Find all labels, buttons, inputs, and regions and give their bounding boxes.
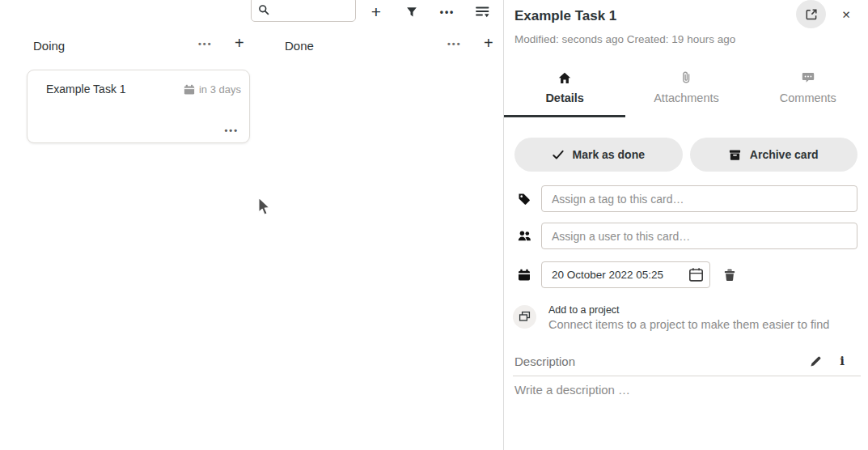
sort-icon[interactable] — [472, 1, 493, 23]
add-to-project-row[interactable]: Add to a project Connect items to a proj… — [513, 301, 859, 331]
description-info-button[interactable]: i — [840, 354, 845, 368]
edit-description-button[interactable] — [810, 355, 822, 367]
archive-card-label: Archive card — [750, 148, 819, 161]
add-card-toolbar-button[interactable]: + — [366, 1, 386, 23]
card-details-panel: Example Task 1 Modified: seconds ago Cre… — [503, 0, 868, 450]
tab-comments-label: Comments — [780, 91, 836, 104]
archive-icon — [729, 149, 741, 161]
due-date-row: 20 October 2022 05:25 — [514, 261, 857, 288]
description-label: Description — [514, 354, 810, 368]
pencil-icon — [810, 355, 822, 367]
calendar-icon — [514, 269, 541, 282]
assign-user-row — [514, 223, 857, 249]
due-date-value: 20 October 2022 05:25 — [552, 269, 684, 281]
description-header: Description i — [513, 354, 861, 376]
external-link-icon — [805, 8, 818, 21]
archive-card-button[interactable]: Archive card — [690, 138, 858, 172]
mouse-cursor — [257, 197, 272, 219]
column-title-done: Done — [285, 39, 314, 53]
tab-attachments[interactable]: Attachments — [625, 65, 747, 117]
description-placeholder[interactable]: Write a description … — [514, 383, 630, 397]
card-actions: Mark as done Archive card — [514, 138, 857, 172]
task-card[interactable]: Example Task 1 in 3 days ••• — [27, 70, 250, 143]
panel-tabs: Details Attachments Comments — [504, 65, 868, 117]
paperclip-icon — [680, 71, 692, 84]
add-to-project-title: Add to a project — [548, 301, 829, 316]
panel-title: Example Task 1 — [514, 8, 616, 24]
mark-as-done-label: Mark as done — [573, 148, 645, 161]
tab-attachments-label: Attachments — [654, 91, 719, 104]
filter-icon[interactable] — [402, 1, 421, 23]
mark-as-done-button[interactable]: Mark as done — [514, 138, 683, 172]
column-done-menu-button[interactable]: ••• — [447, 39, 462, 49]
tab-details[interactable]: Details — [504, 65, 625, 117]
assign-user-input[interactable] — [541, 223, 857, 249]
due-date-field[interactable]: 20 October 2022 05:25 — [541, 261, 710, 288]
close-icon[interactable]: ✕ — [836, 5, 856, 24]
column-doing-add-button[interactable]: + — [235, 34, 244, 53]
tab-details-label: Details — [545, 91, 584, 104]
projects-icon — [513, 305, 536, 329]
tab-comments[interactable]: Comments — [747, 65, 868, 117]
board-menu-button[interactable]: ••• — [437, 1, 458, 23]
card-menu-button[interactable]: ••• — [224, 125, 239, 135]
add-to-project-subtitle: Connect items to a project to make them … — [548, 318, 829, 331]
calendar-icon — [184, 84, 195, 96]
users-icon — [514, 230, 541, 242]
remove-due-date-button[interactable] — [723, 269, 736, 282]
card-due-date: in 3 days — [184, 83, 241, 96]
date-picker-button[interactable] — [688, 267, 704, 282]
column-title-doing: Doing — [33, 39, 65, 53]
open-external-button[interactable] — [796, 0, 826, 28]
card-title: Example Task 1 — [46, 83, 126, 96]
search-input[interactable] — [273, 2, 346, 16]
column-done-add-button[interactable]: + — [484, 34, 493, 53]
column-doing-menu-button[interactable]: ••• — [198, 39, 213, 49]
search-icon — [258, 4, 269, 15]
search-box[interactable] — [251, 0, 356, 22]
assign-tag-input[interactable] — [541, 185, 857, 212]
tag-icon — [514, 193, 541, 206]
panel-modified-created: Modified: seconds ago Created: 19 hours … — [514, 33, 735, 45]
comment-icon — [802, 71, 815, 84]
assign-tag-row — [514, 185, 857, 212]
check-icon — [553, 150, 564, 160]
card-due-label: in 3 days — [199, 83, 241, 96]
home-icon — [558, 71, 571, 84]
